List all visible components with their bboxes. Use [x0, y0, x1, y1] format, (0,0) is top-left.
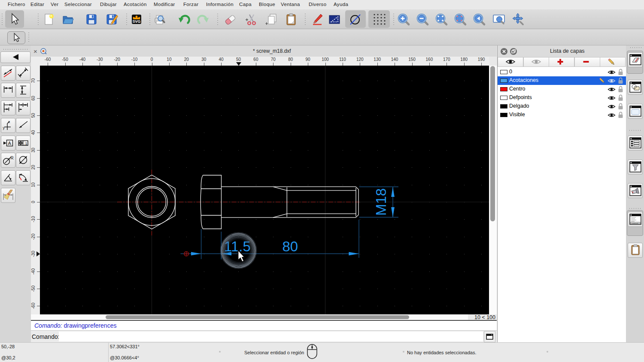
svg-text:A: A	[8, 141, 12, 146]
svg-text:command: command	[632, 223, 638, 224]
svg-text:R: R	[11, 156, 14, 160]
svg-text:y: y	[3, 126, 5, 130]
svg-text:.1: .1	[24, 142, 27, 146]
svg-text:80: 80	[283, 238, 298, 254]
svg-text:SVG: SVG	[132, 19, 140, 24]
svg-text:M18: M18	[373, 188, 389, 216]
